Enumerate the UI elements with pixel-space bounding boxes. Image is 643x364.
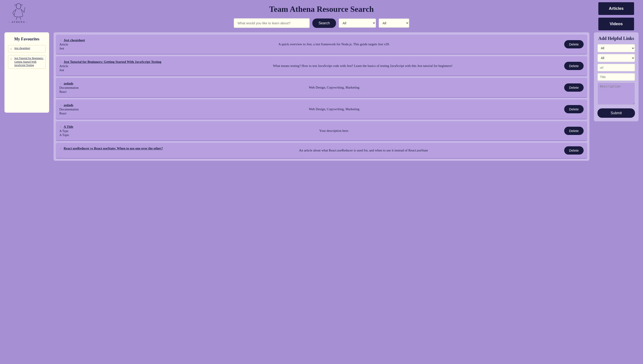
delete-btn-4[interactable]: Delete — [564, 127, 584, 135]
resource-type-3: Documentation — [59, 108, 79, 111]
resource-title-row-4: ☆ A Title — [59, 125, 73, 129]
resource-left-3: ☆ asdads Documentation React — [59, 103, 104, 115]
resource-left-5: ☆ React useReducer vs React useState: Wh… — [59, 146, 163, 154]
add-links-box: Add Helpful Links All Article Documentat… — [594, 32, 638, 121]
results-area: ☆ Jest cheatsheet Article Jest A quick o… — [54, 32, 589, 161]
delete-btn-3[interactable]: Delete — [564, 105, 584, 113]
resource-topic-1: Jest — [59, 68, 64, 72]
resource-topic-3: React — [59, 112, 67, 115]
videos-button[interactable]: Videos — [598, 18, 634, 30]
delete-btn-1[interactable]: Delete — [564, 62, 584, 70]
resource-desc-3: Web Design, Copywriting, Marketing — [108, 103, 561, 115]
delete-btn-0[interactable]: Delete — [564, 40, 584, 48]
resource-desc-0: A quick overview to Jest, a test framewo… — [108, 38, 561, 50]
resource-title-5[interactable]: React useReducer vs React useState: When… — [64, 146, 163, 150]
fav-link-2[interactable]: Jest Tutorial for Beginners: Getting Sta… — [14, 57, 44, 67]
resource-card-0: ☆ Jest cheatsheet Article Jest A quick o… — [56, 34, 587, 54]
fav-item-1: ☆ Jest cheatsheet — [8, 45, 46, 52]
resource-left-0: ☆ Jest cheatsheet Article Jest — [59, 38, 104, 50]
resource-left-2: ☆ asdads Documentation React — [59, 82, 104, 94]
sidebar-right: Add Helpful Links All Article Documentat… — [594, 32, 638, 161]
resource-desc-5: An article about what React.useReducer i… — [167, 146, 561, 154]
delete-btn-2[interactable]: Delete — [564, 84, 584, 92]
favourites-title: My Favourites — [8, 37, 46, 42]
resource-card-5: ☆ React useReducer vs React useState: Wh… — [56, 143, 587, 158]
resource-title-0[interactable]: Jest cheatsheet — [64, 38, 85, 42]
resource-card-2: ☆ asdads Documentation React Web Design,… — [56, 78, 587, 98]
add-links-type-select[interactable]: All Article Documentation Video — [597, 44, 635, 52]
resource-type-0: Article — [59, 43, 68, 46]
resource-title-2[interactable]: asdads — [64, 82, 73, 86]
resource-title-row-5: ☆ React useReducer vs React useState: Wh… — [59, 146, 163, 150]
logo-icon — [10, 2, 28, 20]
resource-type-4: A Type — [59, 129, 68, 133]
resource-title-3[interactable]: asdads — [64, 103, 73, 107]
resource-card-3: ☆ asdads Documentation React Web Design,… — [56, 100, 587, 119]
resource-left-4: ☆ A Title A Type A Topic — [59, 125, 104, 137]
add-links-topic-select[interactable]: All Jest React JavaScript — [597, 54, 635, 62]
header: - ATHENA - Team Athena Resource Search A… — [0, 0, 643, 18]
resource-topic-2: React — [59, 90, 67, 94]
fav-link-1[interactable]: Jest cheatsheet — [14, 46, 30, 50]
fav-item-2: ☆ Jest Tutorial for Beginners: Getting S… — [8, 55, 46, 69]
resource-card-1: ☆ Jest Tutorial for Beginners: Getting S… — [56, 56, 587, 76]
description-textarea[interactable] — [597, 82, 635, 105]
resource-title-4[interactable]: A Title — [64, 125, 73, 129]
search-bar: Search All Article Documentation Video A… — [0, 18, 643, 32]
resource-star-5[interactable]: ☆ — [59, 147, 62, 150]
resource-desc-4: Your description here. — [108, 125, 561, 137]
resource-topic-4: A Topic — [59, 134, 69, 137]
resource-type-1: Article — [59, 64, 68, 68]
resource-star-3[interactable]: ☆ — [59, 104, 62, 107]
resource-title-row-2: ☆ asdads — [59, 82, 73, 86]
url-input[interactable] — [597, 64, 635, 71]
topic-filter-select[interactable]: All Jest React JavaScript — [379, 18, 409, 28]
resource-topic-0: Jest — [59, 47, 64, 50]
logo-text: - ATHENA - — [9, 20, 28, 23]
resource-title-row-3: ☆ asdads — [59, 103, 73, 107]
resource-desc-2: Web Design, Copywriting, Marketing — [108, 82, 561, 94]
star-icon-2[interactable]: ☆ — [10, 57, 13, 61]
resource-title-row-0: ☆ Jest cheatsheet — [59, 38, 85, 42]
resource-star-2[interactable]: ☆ — [59, 82, 62, 86]
articles-button[interactable]: Articles — [598, 2, 634, 15]
delete-btn-5[interactable]: Delete — [564, 146, 584, 154]
resource-left-1: ☆ Jest Tutorial for Beginners: Getting S… — [59, 60, 161, 72]
resource-star-1[interactable]: ☆ — [59, 60, 62, 64]
nav-buttons: Articles Videos — [598, 2, 634, 30]
resource-type-2: Documentation — [59, 86, 79, 90]
resource-star-4[interactable]: ☆ — [59, 125, 62, 129]
resource-title-1[interactable]: Jest Tutorial for Beginners: Getting Sta… — [64, 60, 161, 64]
title-input[interactable] — [597, 73, 635, 81]
svg-point-0 — [16, 3, 21, 9]
logo-area: - ATHENA - — [9, 2, 28, 23]
resource-star-0[interactable]: ☆ — [59, 38, 62, 42]
type-filter-select[interactable]: All Article Documentation Video — [339, 18, 376, 28]
search-input[interactable] — [234, 18, 310, 28]
main-layout: My Favourites ☆ Jest cheatsheet ☆ Jest T… — [0, 32, 643, 161]
resource-desc-1: What means testing? How to test JavaScri… — [165, 60, 561, 72]
page-title: Team Athena Resource Search — [269, 4, 374, 14]
add-links-title: Add Helpful Links — [597, 36, 635, 41]
star-icon-1[interactable]: ☆ — [10, 47, 13, 51]
resource-title-row-1: ☆ Jest Tutorial for Beginners: Getting S… — [59, 60, 161, 64]
resource-card-4: ☆ A Title A Type A Topic Your descriptio… — [56, 121, 587, 141]
favourites-box: My Favourites ☆ Jest cheatsheet ☆ Jest T… — [5, 32, 49, 113]
sidebar-left: My Favourites ☆ Jest cheatsheet ☆ Jest T… — [5, 32, 49, 161]
search-button[interactable]: Search — [312, 18, 336, 28]
submit-button[interactable]: Submit — [597, 108, 635, 118]
